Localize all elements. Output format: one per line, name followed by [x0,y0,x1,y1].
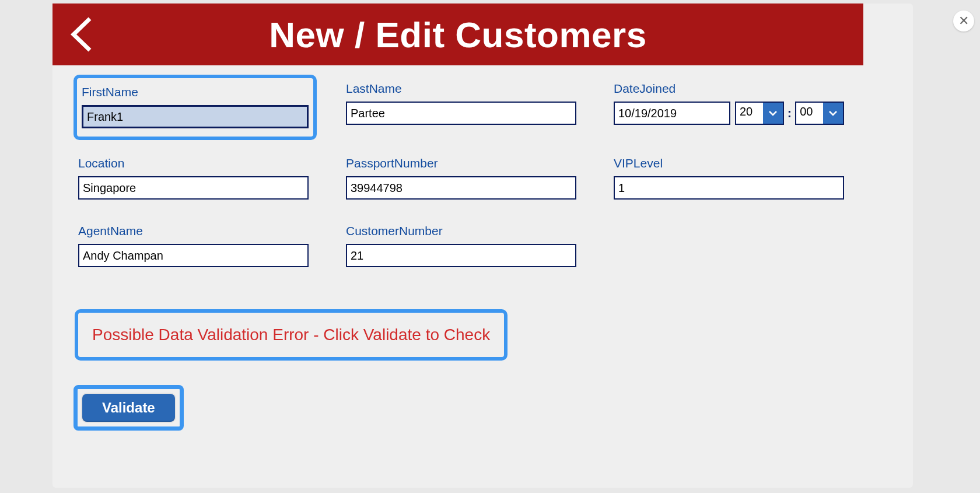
location-input[interactable] [78,176,309,200]
date-picker[interactable] [614,102,730,125]
back-button[interactable] [66,14,97,55]
validate-button-highlight: Validate [74,385,184,431]
hour-dropdown-button[interactable] [763,103,783,124]
validation-message-highlight: Possible Data Validation Error - Click V… [75,309,508,361]
minute-select[interactable]: 00 [795,102,844,125]
lastname-input[interactable] [346,102,576,125]
close-icon: ✕ [958,13,969,29]
customernumber-input[interactable] [346,244,576,267]
agentname-input[interactable] [78,244,309,267]
validation-message: Possible Data Validation Error - Click V… [83,317,499,352]
lastname-label: LastName [346,82,576,96]
hour-value: 20 [736,103,763,124]
page-title: New / Edit Customers [269,14,646,55]
chevron-down-icon [768,108,778,118]
close-button[interactable]: ✕ [953,11,974,32]
passportnumber-label: PassportNumber [346,156,576,170]
validate-button[interactable]: Validate [82,394,175,422]
hour-select[interactable]: 20 [735,102,784,125]
customernumber-label: CustomerNumber [346,224,576,238]
minute-value: 00 [796,103,823,124]
viplevel-label: VIPLevel [614,156,844,170]
firstname-highlight: FirstName [74,75,317,140]
firstname-label: FirstName [82,85,309,99]
time-separator: : [788,106,792,121]
agentname-label: AgentName [78,224,309,238]
chevron-left-icon [66,14,97,55]
firstname-input[interactable] [82,105,309,128]
chevron-down-icon [828,108,838,118]
datejoined-label: DateJoined [614,82,844,96]
header-bar: New / Edit Customers [52,4,863,65]
viplevel-input[interactable] [614,176,844,200]
form-area: FirstName LastName DateJoined [52,65,913,292]
location-label: Location [78,156,309,170]
minute-dropdown-button[interactable] [823,103,843,124]
passportnumber-input[interactable] [346,176,576,200]
